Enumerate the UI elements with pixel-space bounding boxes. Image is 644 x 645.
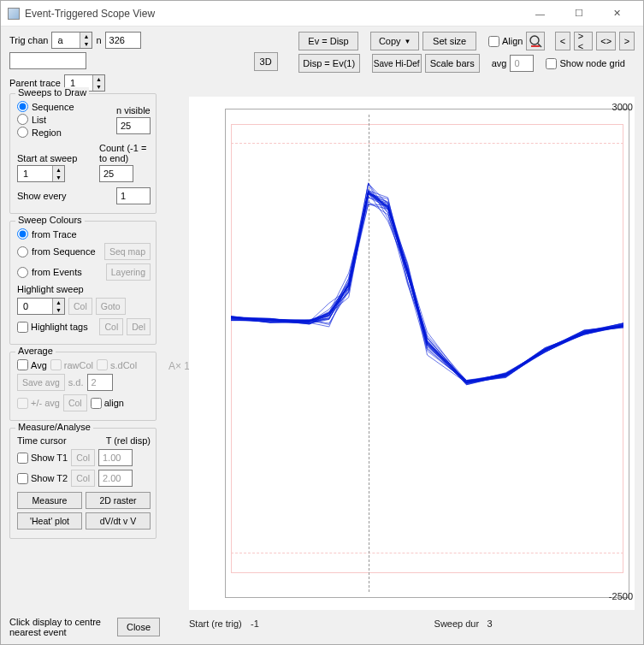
from-trace-radio[interactable]: from Trace [17, 228, 77, 240]
svg-point-0 [530, 36, 539, 44]
x-dur-value: 3 [487, 618, 493, 629]
nav-last-button[interactable]: > [619, 32, 635, 50]
rawcol-checkbox: rawCol [50, 359, 93, 370]
avg-label: avg [492, 58, 507, 68]
zoom-icon[interactable] [526, 32, 545, 50]
average-group: Average Avg rawCol s.dCol Save avg s.d. … [9, 352, 157, 421]
count-input[interactable] [99, 165, 133, 182]
spin-down-icon[interactable]: ▼ [80, 40, 92, 48]
del-button: Del [127, 318, 151, 335]
count-label: Count (-1 = to end) [99, 143, 151, 163]
show-every-label: Show every [17, 191, 113, 201]
dropdown-icon: ▼ [405, 38, 411, 45]
align-checkbox[interactable]: Align [488, 36, 523, 47]
plot-area[interactable]: A× 1 3000 -2500 Start (re trig) -1 [163, 88, 643, 644]
measure-group: Measure/Analyse Time cursorT (rel disp) … [9, 428, 157, 539]
titlebar: Event-Triggered Scope View — ☐ ✕ [1, 1, 643, 27]
raster-button[interactable]: 2D raster [86, 492, 151, 509]
time-cursor-label: Time cursor [17, 435, 103, 446]
dvdt-button[interactable]: dV/dt v V [86, 512, 151, 530]
pm-avg-checkbox: +/- avg [17, 398, 60, 409]
blank-input[interactable] [9, 52, 86, 69]
x-start-label: Start (re trig) [189, 618, 242, 629]
set-size-button[interactable]: Set size [422, 32, 476, 50]
n-input[interactable] [105, 32, 141, 49]
x-start-value: -1 [251, 618, 259, 629]
from-events-radio[interactable]: from Events [17, 267, 103, 278]
nav-first-button[interactable]: < [555, 32, 570, 50]
disp-ev-button[interactable]: Disp = Ev(1) [298, 54, 360, 73]
app-icon [8, 8, 20, 20]
seq-radio[interactable]: Sequence [17, 101, 113, 112]
n-visible-label: n visible [116, 105, 151, 115]
t1-col-button: Col [71, 449, 95, 466]
save-avg-button: Save avg [17, 374, 65, 391]
trig-chan-spin[interactable]: ▲▼ [51, 32, 92, 49]
highlight-tags-checkbox[interactable]: Highlight tags [17, 322, 96, 333]
t1-input [98, 449, 133, 466]
colours-group: Sweep Colours from Trace from SequenceSe… [9, 221, 157, 345]
spin-up-icon[interactable]: ▲ [80, 33, 92, 40]
t2-col-button: Col [71, 470, 95, 487]
copy-button[interactable]: Copy▼ [370, 32, 419, 50]
t-rel-label: T (rel disp) [106, 435, 151, 446]
scale-bars-button[interactable]: Scale bars [425, 54, 480, 73]
avg-checkbox[interactable]: Avg [17, 359, 47, 370]
t2-input [98, 470, 133, 487]
region-radio[interactable]: Region [17, 127, 113, 138]
avg-display [510, 55, 534, 72]
y-max-label: 3000 [196, 102, 633, 112]
start-at-spin[interactable]: ▲▼ [17, 165, 65, 182]
start-at-label: Start at sweep [17, 153, 96, 163]
show-every-input[interactable] [116, 187, 151, 204]
sweep-traces [231, 115, 623, 507]
ax-label: A× 1 [168, 360, 190, 372]
list-radio[interactable]: List [17, 114, 113, 125]
n-visible-display [116, 117, 151, 134]
window-title: Event-Triggered Scope View [25, 8, 521, 20]
footer-hint: Click display to centre nearest event [9, 617, 112, 637]
nav-link-button[interactable]: <> [596, 32, 616, 50]
x-dur-label: Sweep dur [434, 618, 480, 629]
y-min-label: -2500 [192, 591, 633, 601]
show-node-grid-checkbox[interactable]: Show node grid [546, 58, 624, 69]
avg-align-checkbox[interactable]: align [91, 398, 124, 409]
nav-prev-button[interactable]: >< [574, 32, 594, 50]
sweeps-group: Sweeps to Draw Sequence List Region n vi… [9, 93, 157, 214]
close-button[interactable]: Close [117, 618, 160, 636]
ev-disp-button[interactable]: Ev = Disp [298, 32, 359, 50]
seq-map-button: Seq map [104, 243, 151, 260]
highlight-col-button: Col [68, 298, 92, 315]
save-hidef-button[interactable]: Save Hi-Def [372, 54, 422, 73]
measure-button[interactable]: Measure [17, 492, 82, 509]
n-label: n [96, 35, 101, 45]
sdcol-checkbox: s.dCol [97, 359, 137, 370]
goto-button: Goto [96, 298, 126, 315]
trig-chan-label: Trig chan [9, 35, 48, 45]
from-seq-radio[interactable]: from Sequence [17, 246, 101, 257]
minimize-button[interactable]: — [521, 2, 559, 26]
maximize-button[interactable]: ☐ [559, 2, 598, 26]
heat-button[interactable]: 'Heat' plot [17, 512, 82, 530]
highlight-spin[interactable]: ▲▼ [17, 298, 65, 315]
tags-col-button: Col [99, 318, 123, 335]
pm-col-button: Col [63, 394, 87, 411]
chart-box[interactable] [225, 109, 629, 598]
trig-chan-input[interactable] [56, 33, 80, 48]
close-window-button[interactable]: ✕ [598, 2, 636, 26]
sd-label: s.d. [68, 377, 84, 388]
show-t1-checkbox[interactable]: Show T1 [17, 453, 68, 464]
layering-button: Layering [106, 263, 151, 281]
highlight-sweep-label: Highlight sweep [17, 284, 84, 294]
sd-input [87, 374, 113, 391]
3d-button[interactable]: 3D [254, 52, 278, 71]
show-t2-checkbox[interactable]: Show T2 [17, 473, 68, 484]
